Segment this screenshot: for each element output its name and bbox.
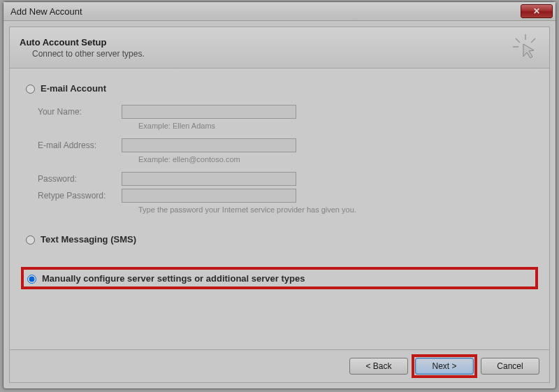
your-name-label: Your Name: <box>38 107 122 117</box>
next-button-highlight: Next > <box>413 356 476 377</box>
option-email-account[interactable]: E-mail Account <box>22 82 537 94</box>
radio-email-account[interactable] <box>26 85 35 94</box>
banner-title: Auto Account Setup <box>20 37 511 48</box>
email-example: Example: ellen@contoso.com <box>138 155 537 164</box>
wizard-content: E-mail Account Your Name: Example: Ellen… <box>9 68 550 350</box>
email-fields-group: Your Name: Example: Ellen Adams E-mail A… <box>38 105 537 214</box>
your-name-example: Example: Ellen Adams <box>138 122 537 130</box>
close-button[interactable]: ✕ <box>521 4 553 18</box>
dialog-title: Add New Account <box>10 6 82 17</box>
password-note: Type the password your Internet service … <box>138 205 537 214</box>
retype-password-input[interactable] <box>122 189 296 203</box>
wizard-banner: Auto Account Setup Connect to other serv… <box>9 27 550 68</box>
cancel-button[interactable]: Cancel <box>481 358 539 375</box>
close-icon: ✕ <box>533 7 540 15</box>
option-sms-label: Text Messaging (SMS) <box>41 234 136 245</box>
email-input[interactable] <box>122 138 296 152</box>
password-input[interactable] <box>122 172 296 186</box>
option-email-label: E-mail Account <box>41 83 106 94</box>
radio-manual-configure[interactable] <box>27 275 36 284</box>
email-label: E-mail Address: <box>38 140 122 150</box>
radio-text-messaging[interactable] <box>26 235 35 245</box>
next-button[interactable]: Next > <box>415 358 474 375</box>
back-button[interactable]: < Back <box>349 358 408 375</box>
svg-line-1 <box>516 38 520 43</box>
banner-subtitle: Connect to other server types. <box>32 49 511 59</box>
cursor-sparkle-icon <box>511 33 539 63</box>
option-manual-configure[interactable]: Manually configure server settings or ad… <box>22 268 537 288</box>
titlebar: Add New Account ✕ <box>3 2 556 21</box>
option-text-messaging[interactable]: Text Messaging (SMS) <box>22 233 537 245</box>
password-label: Password: <box>38 174 122 184</box>
your-name-input[interactable] <box>122 105 296 119</box>
retype-password-label: Retype Password: <box>38 191 122 201</box>
svg-line-2 <box>531 38 535 43</box>
wizard-footer: < Back Next > Cancel <box>9 350 550 383</box>
add-account-dialog: Add New Account ✕ Auto Account Setup Con… <box>3 1 556 389</box>
option-manual-label: Manually configure server settings or ad… <box>42 273 305 284</box>
